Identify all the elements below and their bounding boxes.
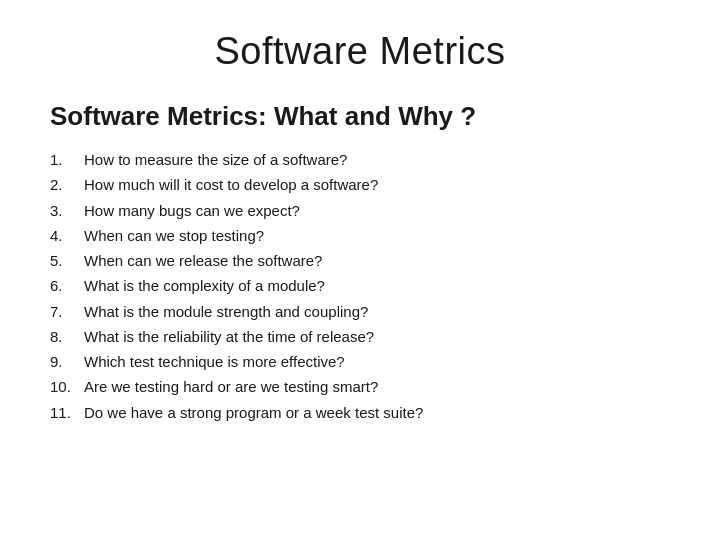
list-item-text: How to measure the size of a software? xyxy=(84,148,347,171)
list-item-number: 11. xyxy=(50,401,84,424)
list-item: 1.How to measure the size of a software? xyxy=(50,148,670,171)
list-item-number: 4. xyxy=(50,224,84,247)
list-item-number: 1. xyxy=(50,148,84,171)
list-item: 3.How many bugs can we expect? xyxy=(50,199,670,222)
list-item-text: When can we release the software? xyxy=(84,249,322,272)
list-item-number: 8. xyxy=(50,325,84,348)
list-item-text: How much will it cost to develop a softw… xyxy=(84,173,378,196)
list-item-text: What is the complexity of a module? xyxy=(84,274,325,297)
list-item-number: 2. xyxy=(50,173,84,196)
list-item-number: 3. xyxy=(50,199,84,222)
list-item-number: 10. xyxy=(50,375,84,398)
list-item-number: 7. xyxy=(50,300,84,323)
numbered-list: 1.How to measure the size of a software?… xyxy=(50,148,670,424)
list-item: 2.How much will it cost to develop a sof… xyxy=(50,173,670,196)
section-subtitle: Software Metrics: What and Why ? xyxy=(50,101,670,132)
list-item: 10.Are we testing hard or are we testing… xyxy=(50,375,670,398)
list-item-text: Are we testing hard or are we testing sm… xyxy=(84,375,378,398)
list-item: 8.What is the reliability at the time of… xyxy=(50,325,670,348)
list-item-number: 5. xyxy=(50,249,84,272)
list-item-text: What is the module strength and coupling… xyxy=(84,300,368,323)
list-item-text: Do we have a strong program or a week te… xyxy=(84,401,423,424)
list-item-text: When can we stop testing? xyxy=(84,224,264,247)
list-item-number: 6. xyxy=(50,274,84,297)
list-item: 4.When can we stop testing? xyxy=(50,224,670,247)
list-item: 7.What is the module strength and coupli… xyxy=(50,300,670,323)
list-item-text: Which test technique is more effective? xyxy=(84,350,345,373)
list-item: 5.When can we release the software? xyxy=(50,249,670,272)
page: Software Metrics Software Metrics: What … xyxy=(0,0,720,540)
list-item: 11.Do we have a strong program or a week… xyxy=(50,401,670,424)
list-item: 9.Which test technique is more effective… xyxy=(50,350,670,373)
list-item-text: How many bugs can we expect? xyxy=(84,199,300,222)
list-item: 6.What is the complexity of a module? xyxy=(50,274,670,297)
page-title: Software Metrics xyxy=(50,30,670,73)
list-item-text: What is the reliability at the time of r… xyxy=(84,325,374,348)
list-item-number: 9. xyxy=(50,350,84,373)
